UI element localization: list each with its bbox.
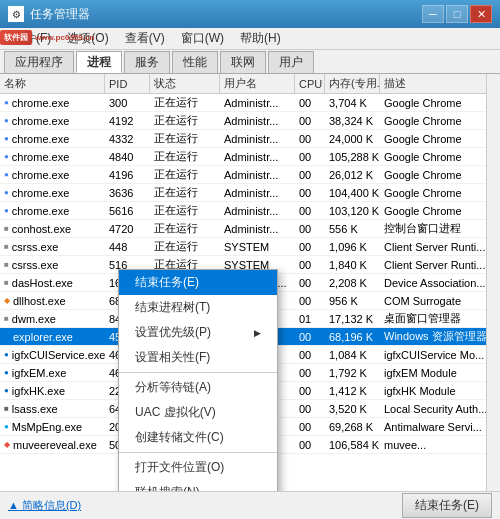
process-name-text: conhost.exe — [12, 223, 71, 235]
col-header-cpu[interactable]: CPU — [295, 74, 325, 93]
ctx-dump[interactable]: 创建转储文件(C) — [119, 425, 277, 450]
maximize-button[interactable]: □ — [446, 5, 468, 23]
process-icon: ■ — [4, 260, 9, 269]
menu-options[interactable]: 选项(O) — [59, 28, 116, 49]
minimize-button[interactable]: ─ — [422, 5, 444, 23]
table-row[interactable]: ■ conhost.exe 4720 正在运行 Administr... 00 … — [0, 220, 500, 238]
simple-info-link[interactable]: ▲ 简略信息(D) — [8, 498, 81, 513]
col-header-pid[interactable]: PID — [105, 74, 150, 93]
process-name-text: MsMpEng.exe — [12, 421, 82, 433]
process-mem: 556 K — [325, 220, 380, 237]
table-row[interactable]: ■ csrss.exe 448 正在运行 SYSTEM 00 1,096 K C… — [0, 238, 500, 256]
process-status: 正在运行 — [150, 112, 220, 129]
process-cpu: 00 — [295, 148, 325, 165]
process-desc: Google Chrome — [380, 148, 500, 165]
process-name-text: csrss.exe — [12, 241, 58, 253]
process-cpu: 00 — [295, 256, 325, 273]
process-user: Administr... — [220, 130, 295, 147]
table-row[interactable]: ● chrome.exe 4332 正在运行 Administr... 00 2… — [0, 130, 500, 148]
process-icon: ● — [4, 98, 9, 107]
ctx-priority[interactable]: 设置优先级(P)▶ — [119, 320, 277, 345]
process-mem: 104,400 K — [325, 184, 380, 201]
process-icon: ● — [4, 188, 9, 197]
ctx-end-tree[interactable]: 结束进程树(T) — [119, 295, 277, 320]
process-desc: COM Surrogate — [380, 292, 500, 309]
process-name-text: muveereveal.exe — [13, 439, 97, 451]
process-mem: 1,084 K — [325, 346, 380, 363]
title-controls[interactable]: ─ □ ✕ — [422, 5, 492, 23]
process-name-text: igfxEM.exe — [12, 367, 66, 379]
table-row[interactable]: ● chrome.exe 4196 正在运行 Administr... 00 2… — [0, 166, 500, 184]
process-icon: ● — [4, 116, 9, 125]
process-icon: ● — [4, 350, 9, 359]
menu-view[interactable]: 查看(V) — [117, 28, 173, 49]
end-task-button[interactable]: 结束任务(E) — [402, 493, 492, 518]
process-icon: ■ — [4, 242, 9, 251]
process-desc: igfxHK Module — [380, 382, 500, 399]
process-name-text: lsass.exe — [12, 403, 58, 415]
scrollbar[interactable] — [486, 74, 500, 491]
ctx-uac[interactable]: UAC 虚拟化(V) — [119, 400, 277, 425]
ctx-end-task[interactable]: 结束任务(E) — [119, 270, 277, 295]
menu-bar: 文件(F) 选项(O) 查看(V) 窗口(W) 帮助(H) — [0, 28, 500, 50]
close-button[interactable]: ✕ — [470, 5, 492, 23]
process-name-text: dwm.exe — [12, 313, 56, 325]
ctx-search-online[interactable]: 联机搜索(N) — [119, 480, 277, 491]
process-name: ■ csrss.exe — [0, 238, 105, 255]
app-icon: ⚙ — [8, 6, 24, 22]
process-cpu: 00 — [295, 130, 325, 147]
process-name: ■ conhost.exe — [0, 220, 105, 237]
col-header-mem[interactable]: 内存(专用... — [325, 74, 380, 93]
process-cpu: 00 — [295, 274, 325, 291]
process-mem: 68,196 K — [325, 328, 380, 345]
ctx-open-location[interactable]: 打开文件位置(O) — [119, 455, 277, 480]
process-pid: 4192 — [105, 112, 150, 129]
ctx-analyze[interactable]: 分析等待链(A) — [119, 375, 277, 400]
process-name-text: igfxCUIService.exe — [12, 349, 105, 361]
menu-help[interactable]: 帮助(H) — [232, 28, 289, 49]
process-mem: 1,792 K — [325, 364, 380, 381]
process-user: Administr... — [220, 112, 295, 129]
menu-file[interactable]: 文件(F) — [4, 28, 59, 49]
menu-window[interactable]: 窗口(W) — [173, 28, 232, 49]
process-cpu: 01 — [295, 310, 325, 327]
process-icon: ◆ — [4, 332, 10, 341]
process-name: ■ dasHost.exe — [0, 274, 105, 291]
process-icon: ■ — [4, 278, 9, 287]
process-icon: ■ — [4, 224, 9, 233]
tab-processes[interactable]: 进程 — [76, 51, 122, 73]
tab-applications[interactable]: 应用程序 — [4, 51, 74, 73]
tab-performance[interactable]: 性能 — [172, 51, 218, 73]
col-header-name[interactable]: 名称 — [0, 74, 105, 93]
col-header-user[interactable]: 用户名 — [220, 74, 295, 93]
process-user: Administr... — [220, 148, 295, 165]
bottom-bar: ▲ 简略信息(D) 结束任务(E) — [0, 491, 500, 519]
process-name: ◆ muveereveal.exe — [0, 436, 105, 453]
process-desc: 桌面窗口管理器 — [380, 310, 500, 327]
process-name-text: dllhost.exe — [13, 295, 66, 307]
table-row[interactable]: ● chrome.exe 4192 正在运行 Administr... 00 3… — [0, 112, 500, 130]
process-icon: ● — [4, 206, 9, 215]
ctx-sep-2 — [119, 452, 277, 453]
process-mem: 103,120 K — [325, 202, 380, 219]
tab-users[interactable]: 用户 — [268, 51, 314, 73]
process-mem: 24,000 K — [325, 130, 380, 147]
table-row[interactable]: ● chrome.exe 4840 正在运行 Administr... 00 1… — [0, 148, 500, 166]
col-header-status[interactable]: 状态 — [150, 74, 220, 93]
process-mem: 106,584 K — [325, 436, 380, 453]
tab-services[interactable]: 服务 — [124, 51, 170, 73]
ctx-affinity[interactable]: 设置相关性(F) — [119, 345, 277, 370]
table-row[interactable]: ● chrome.exe 3636 正在运行 Administr... 00 1… — [0, 184, 500, 202]
process-mem: 69,268 K — [325, 418, 380, 435]
process-cpu: 00 — [295, 346, 325, 363]
process-desc: Device Association... — [380, 274, 500, 291]
col-header-desc[interactable]: 描述 — [380, 74, 500, 93]
process-icon: ◆ — [4, 440, 10, 449]
process-mem: 17,132 K — [325, 310, 380, 327]
table-row[interactable]: ● chrome.exe 300 正在运行 Administr... 00 3,… — [0, 94, 500, 112]
table-row[interactable]: ● chrome.exe 5616 正在运行 Administr... 00 1… — [0, 202, 500, 220]
tab-network[interactable]: 联网 — [220, 51, 266, 73]
process-status: 正在运行 — [150, 238, 220, 255]
process-cpu: 00 — [295, 238, 325, 255]
process-mem: 2,208 K — [325, 274, 380, 291]
